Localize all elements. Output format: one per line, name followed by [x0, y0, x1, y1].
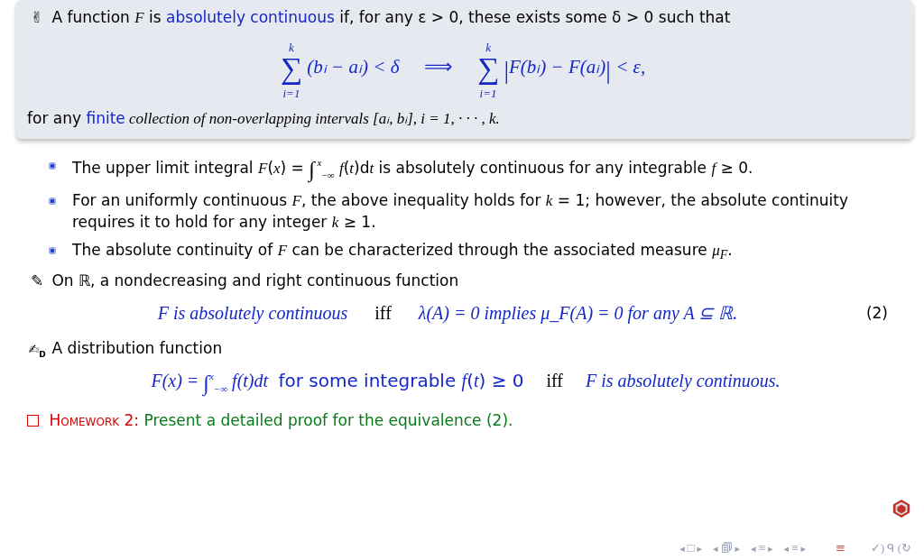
nav-frame[interactable]: ◂□▸ [679, 540, 703, 556]
equivalence-dist: F(x) = ∫x−∞ f(t)dt for some integrable f… [16, 369, 915, 398]
def-F: F [134, 9, 143, 26]
beamer-nav: ◂□▸ ◂🗐▸ ◂≡▸ ◂≡▸ ≡ ✓) ᑫ (↻ [679, 540, 911, 556]
eq2-iff: iff [374, 303, 392, 323]
def-text-2: is [144, 8, 166, 26]
sum-lhs: k ∑ i=1 [281, 36, 302, 101]
eq3-lhs-post: f(t)dt [227, 371, 273, 390]
finite-word: finite [86, 109, 125, 127]
shield-hex-icon [892, 499, 911, 519]
implies-icon: ⟹ [424, 55, 453, 78]
sigma-icon: ∑ [281, 55, 302, 82]
list-item: The upper limit integral F(x) = ∫ x−∞ f(… [49, 155, 915, 184]
peace-icon: ✌ [27, 7, 47, 28]
distribution-line: ✍D A distribution function [27, 338, 915, 360]
closing-pre: for any [27, 109, 86, 127]
hw-num: 2: [119, 411, 143, 429]
equivalence-2: F is absolutely continuous iff λ(A) = 0 … [43, 301, 888, 326]
onR-pre: On [51, 271, 79, 289]
eq2-tag: (2) [852, 303, 888, 324]
definition-display-formula: k ∑ i=1 (bᵢ − aᵢ) < δ ⟹ k ∑ i=1 |F(bᵢ) −… [27, 36, 899, 101]
def-text-3: if, for any ε > 0, these exists some δ >… [335, 8, 731, 26]
list-item: The absolute continuity of F can be char… [49, 240, 915, 264]
eq3-rhs: F is absolutely continuous. [586, 371, 781, 390]
formula-lhs: (bᵢ − aᵢ) < δ [307, 56, 399, 78]
checkbox-icon [27, 415, 39, 427]
hw-label: Homework [49, 411, 119, 429]
eq3-lhs-pre: F(x) = [151, 371, 203, 390]
sigma-icon: ∑ [477, 55, 499, 82]
def-abs-cont: absolutely continuous [166, 8, 335, 26]
eq3-lhs: F(x) = ∫x−∞ f(t)dt [151, 371, 273, 390]
formula-rhs-tail: < ε, [611, 56, 645, 78]
bullet1-text: The upper limit integral F(x) = ∫ x−∞ f(… [72, 159, 753, 177]
nav-section[interactable]: ◂≡▸ [750, 540, 773, 556]
pen-d-icon: ✍D [27, 341, 47, 360]
closing-post: collection of non-overlapping intervals … [125, 110, 500, 127]
slide-logo [892, 499, 911, 524]
list-item: For an uniformly continuous F, the above… [49, 190, 915, 234]
nav-subsection[interactable]: ◂🗐▸ [712, 540, 741, 556]
nav-loop-icon[interactable]: ✓) ᑫ (↻ [871, 540, 911, 556]
eq3-iff: iff [547, 371, 564, 390]
eq3-intlow: −∞ [214, 383, 227, 394]
on-R-line: ✎ On ℝ, a nondecreasing and right contin… [27, 271, 915, 292]
eq2-left: F is absolutely continuous [158, 303, 348, 323]
eq3-mid: for some integrable f(t) ≥ 0 [273, 370, 523, 391]
eq2-right: λ(A) = 0 implies μ_F(A) = 0 for any A ⊆ … [419, 303, 737, 323]
remarks-list: The upper limit integral F(x) = ∫ x−∞ f(… [49, 155, 915, 264]
definition-box: ✌ A function F is absolutely continuous … [16, 0, 913, 139]
nav-bars-icon[interactable]: ≡ [836, 540, 845, 556]
sum-lhs-lower: i=1 [283, 87, 300, 100]
comment-icon: ✎ [27, 271, 47, 291]
definition-closing: for any finite collection of non-overlap… [27, 108, 899, 130]
dist-heading: A distribution function [51, 339, 222, 357]
hw-text: Present a detailed proof for the equival… [143, 411, 513, 429]
sum-rhs: k ∑ i=1 [477, 36, 499, 101]
bullet2-text: For an uniformly continuous F, the above… [72, 191, 848, 231]
homework-line: Homework 2: Present a detailed proof for… [27, 410, 915, 431]
onR-post: , a nondecreasing and right continuous f… [90, 271, 458, 289]
eq3-intup: x [209, 371, 214, 381]
definition-intro: ✌ A function F is absolutely continuous … [27, 7, 899, 29]
def-text-1: A function [51, 8, 134, 26]
formula-rhs-body: F(bᵢ) − F(aᵢ) [509, 56, 605, 78]
bullet3-text: The absolute continuity of F can be char… [72, 241, 733, 259]
onR-R: ℝ [79, 272, 90, 289]
nav-presentation[interactable]: ◂≡▸ [783, 540, 807, 556]
sum-rhs-lower: i=1 [480, 87, 497, 100]
